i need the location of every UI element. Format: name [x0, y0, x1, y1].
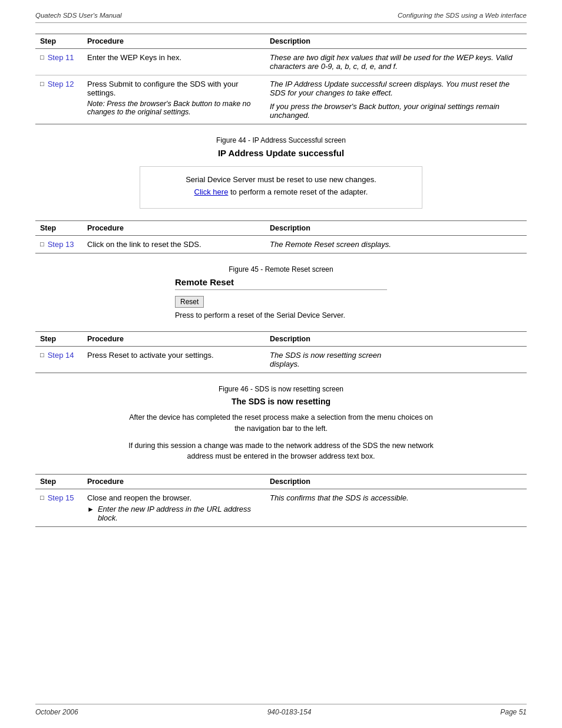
procedure-cell-13: Click on the link to reset the SDS.	[82, 236, 265, 253]
resetting-screen: The SDS is now resetting After the devic…	[128, 397, 434, 462]
steps-table-3: Step Procedure Description □ Step 14 Pre…	[35, 331, 527, 373]
procedure-cell-14: Press Reset to activate your settings.	[82, 347, 265, 373]
col-header-procedure-3: Procedure	[82, 332, 265, 347]
table-row: □ Step 15 Close and reopen the browser. …	[35, 489, 527, 527]
arrow-icon: ►	[87, 505, 94, 513]
figure-46-area: Figure 46 - SDS is now resetting screen …	[35, 385, 527, 462]
checkbox-icon: □	[40, 80, 44, 87]
col-header-description-1: Description	[265, 34, 527, 49]
reset-screen-desc: Press to perform a reset of the Serial D…	[175, 311, 387, 319]
figure-46-caption: Figure 46 - SDS is now resetting screen	[35, 385, 527, 393]
resetting-line2: If during this session a change was made…	[128, 440, 434, 463]
steps-table-2: Step Procedure Description □ Step 13 Cli…	[35, 220, 527, 253]
col-header-step-1: Step	[35, 34, 82, 49]
steps-table-1: Step Procedure Description □ Step 11 Ent…	[35, 34, 527, 124]
step-cell: □ Step 12	[35, 75, 82, 124]
col-header-description-2: Description	[265, 221, 527, 236]
resetting-line1: After the device has completed the reset…	[128, 412, 434, 434]
figure-44-area: Figure 44 - IP Address Successful screen…	[35, 136, 527, 209]
header-left: Quatech SDS User's Manual	[35, 12, 122, 19]
figure-44-caption: Figure 44 - IP Address Successful screen	[35, 136, 527, 144]
checkbox-icon: □	[40, 351, 44, 358]
figure-44-title: IP Address Update successful	[35, 148, 527, 158]
footer-center: 940-0183-154	[267, 708, 312, 716]
procedure-cell-12: Press Submit to configure the SDS with y…	[82, 75, 265, 124]
screen-line-1: Serial Device Server must be reset to us…	[152, 175, 410, 184]
checkbox-icon: □	[40, 54, 44, 61]
ip-success-screen: Serial Device Server must be reset to us…	[140, 166, 422, 209]
table-row: □ Step 14 Press Reset to activate your s…	[35, 347, 527, 373]
col-header-procedure-2: Procedure	[82, 221, 265, 236]
sub-bullet-15: ► Enter the new IP address in the URL ad…	[87, 505, 260, 522]
sub-bullet-text: Enter the new IP address in the URL addr…	[98, 505, 260, 522]
note-12: Note: Press the browser's Back button to…	[87, 100, 260, 116]
footer-left: October 2006	[35, 708, 78, 716]
col-header-step-3: Step	[35, 332, 82, 347]
description-cell-12: The IP Address Update successful screen …	[265, 75, 527, 124]
description-cell-13: The Remote Reset screen displays.	[265, 236, 527, 253]
procedure-cell-11: Enter the WEP Keys in hex.	[82, 49, 265, 75]
step-11-label: Step 11	[48, 53, 74, 62]
click-here-link[interactable]: Click here	[194, 187, 229, 196]
table-row: □ Step 13 Click on the link to reset the…	[35, 236, 527, 253]
procedure-cell-15: Close and reopen the browser. ► Enter th…	[82, 489, 265, 527]
resetting-title: The SDS is now resetting	[128, 397, 434, 406]
step-cell: □ Step 15	[35, 489, 82, 527]
table-row: □ Step 11 Enter the WEP Keys in hex. The…	[35, 49, 527, 75]
steps-table-4: Step Procedure Description □ Step 15 Clo…	[35, 474, 527, 527]
description-cell-11: These are two digit hex values that will…	[265, 49, 527, 75]
figure-45-area: Figure 45 - Remote Reset screen Remote R…	[35, 265, 527, 319]
reset-button[interactable]: Reset	[175, 296, 204, 308]
remote-reset-title: Remote Reset	[175, 277, 387, 290]
step-15-label: Step 15	[48, 493, 74, 502]
step-13-label: Step 13	[48, 240, 74, 249]
step-12-label: Step 12	[48, 80, 74, 88]
description-cell-15: This confirms that the SDS is accessible…	[265, 489, 527, 527]
table-row: □ Step 12 Press Submit to configure the …	[35, 75, 527, 124]
figure-45-caption: Figure 45 - Remote Reset screen	[35, 265, 527, 274]
page-header: Quatech SDS User's Manual Configuring th…	[35, 12, 527, 23]
step-14-label: Step 14	[48, 351, 74, 360]
footer-right: Page 51	[500, 708, 527, 716]
step-cell: □ Step 13	[35, 236, 82, 253]
col-header-description-4: Description	[265, 475, 527, 489]
col-header-step-2: Step	[35, 221, 82, 236]
step-cell: □ Step 11	[35, 49, 82, 75]
header-right: Configuring the SDS using a Web interfac…	[398, 12, 527, 19]
col-header-procedure-4: Procedure	[82, 475, 265, 489]
remote-reset-screen: Remote Reset Reset Press to perform a re…	[175, 277, 387, 319]
screen-line-2: Click here to perform a remote reset of …	[152, 187, 410, 196]
description-cell-14: The SDS is now resetting screendisplays.	[265, 347, 527, 373]
col-header-procedure-1: Procedure	[82, 34, 265, 49]
col-header-description-3: Description	[265, 332, 527, 347]
checkbox-icon: □	[40, 241, 44, 248]
checkbox-icon: □	[40, 494, 44, 501]
page-footer: October 2006 940-0183-154 Page 51	[35, 704, 527, 716]
col-header-step-4: Step	[35, 475, 82, 489]
step-cell: □ Step 14	[35, 347, 82, 373]
